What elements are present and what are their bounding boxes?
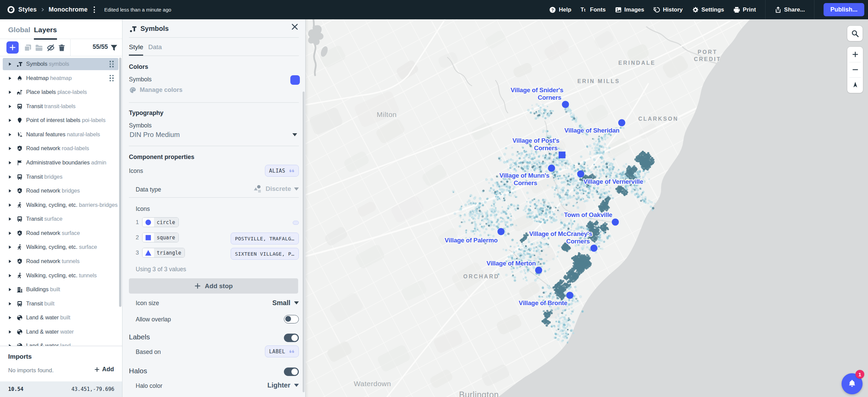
filter-layers-icon[interactable] bbox=[110, 44, 118, 52]
breadcrumb-style-name[interactable]: Monochrome bbox=[49, 6, 88, 13]
layer-row-road-labels[interactable]: Road network road-labels bbox=[3, 142, 118, 155]
data-type-select[interactable]: Discrete bbox=[253, 184, 299, 194]
expand-caret-icon[interactable] bbox=[8, 231, 12, 236]
compass-icon bbox=[851, 81, 859, 89]
labels-toggle[interactable] bbox=[284, 334, 299, 342]
expand-caret-icon[interactable] bbox=[8, 188, 12, 193]
manage-colors-button[interactable]: Manage colors bbox=[129, 86, 182, 94]
expand-caret-icon[interactable] bbox=[8, 160, 12, 165]
stop-shape-chip[interactable]: square bbox=[142, 233, 179, 242]
layer-list-scrollbar[interactable] bbox=[119, 58, 121, 307]
expand-caret-icon[interactable] bbox=[8, 315, 12, 320]
layer-row-admin[interactable]: Administrative boundaries admin bbox=[3, 157, 118, 169]
layer-row-surface[interactable]: Walking, cycling, etc. surface bbox=[3, 241, 118, 253]
expand-caret-icon[interactable] bbox=[8, 343, 12, 346]
topbar-images-button[interactable]: Images bbox=[615, 6, 644, 13]
icon-size-select[interactable]: Small bbox=[272, 299, 299, 307]
add-layer-button[interactable] bbox=[6, 41, 19, 54]
expand-caret-icon[interactable] bbox=[8, 118, 12, 123]
layer-row-barriers-bridges[interactable]: Walking, cycling, etc. barriers-bridges bbox=[3, 199, 118, 211]
panel-scrollbar[interactable] bbox=[303, 92, 305, 392]
layer-row-transit-labels[interactable]: Transit transit-labels bbox=[3, 100, 118, 113]
allow-overlap-toggle[interactable] bbox=[284, 315, 299, 323]
layer-row-built[interactable]: Land & water built bbox=[3, 312, 118, 324]
tab-data[interactable]: Data bbox=[148, 43, 162, 51]
delete-layer-icon[interactable] bbox=[58, 44, 66, 52]
mapbox-logo-icon[interactable] bbox=[7, 6, 15, 13]
layer-row-water[interactable]: Land & water water bbox=[3, 326, 118, 338]
topbar-fonts-button[interactable]: Fonts bbox=[580, 6, 605, 13]
drag-handle-icon[interactable] bbox=[109, 75, 114, 82]
layer-row-land[interactable]: Land & water land bbox=[3, 340, 118, 346]
expand-caret-icon[interactable] bbox=[8, 175, 12, 179]
duplicate-layer-icon[interactable] bbox=[24, 44, 32, 52]
topbar-share-button[interactable]: Share... bbox=[775, 6, 805, 13]
group-layers-icon[interactable] bbox=[35, 44, 43, 52]
landwater-layer-icon bbox=[17, 315, 23, 321]
topbar-print-button[interactable]: Print bbox=[733, 6, 756, 13]
layer-row-tunnels[interactable]: Road network tunnels bbox=[3, 255, 118, 267]
layer-row-poi-labels[interactable]: Point of interest labels poi-labels bbox=[3, 114, 118, 126]
based-on-chip[interactable]: LABEL bbox=[265, 345, 299, 357]
stop-shape-chip[interactable]: triangle bbox=[142, 248, 185, 258]
topbar-settings-button[interactable]: Settings bbox=[692, 6, 724, 13]
topbar-help-button[interactable]: Help bbox=[549, 6, 571, 13]
topbar-history-button[interactable]: History bbox=[653, 6, 683, 13]
stop-value-empty-chip[interactable] bbox=[293, 221, 299, 225]
layer-row-heatmap[interactable]: Heatmap heatmap bbox=[3, 72, 118, 84]
expand-caret-icon[interactable] bbox=[8, 203, 12, 207]
font-select[interactable]: DIN Pro Medium bbox=[130, 131, 180, 139]
style-options-kebab-icon[interactable] bbox=[92, 5, 97, 14]
zoom-out-button[interactable] bbox=[847, 62, 863, 77]
drag-handle-icon[interactable] bbox=[109, 60, 114, 68]
expand-caret-icon[interactable] bbox=[8, 62, 12, 66]
expand-caret-icon[interactable] bbox=[8, 273, 12, 278]
icons-alias-chip[interactable]: ALIAS bbox=[265, 165, 299, 177]
layer-row-bridges[interactable]: Transit bridges bbox=[3, 171, 118, 183]
expand-caret-icon[interactable] bbox=[8, 287, 12, 292]
layer-row-built[interactable]: Buildings built bbox=[3, 283, 118, 296]
expand-caret-icon[interactable] bbox=[8, 132, 12, 137]
expand-caret-icon[interactable] bbox=[8, 259, 12, 264]
expand-caret-icon[interactable] bbox=[8, 301, 12, 306]
layer-row-surface[interactable]: Transit surface bbox=[3, 213, 118, 225]
zoom-in-button[interactable] bbox=[847, 47, 863, 62]
layer-name: Walking, cycling, etc. barriers-bridges bbox=[26, 202, 118, 208]
stop-shape-chip[interactable]: circle bbox=[142, 217, 179, 227]
hide-layer-icon[interactable] bbox=[46, 44, 55, 52]
add-stop-button[interactable]: Add stop bbox=[129, 278, 298, 294]
transit-layer-icon bbox=[17, 301, 23, 307]
tab-layers[interactable]: Layers bbox=[34, 26, 57, 34]
expand-caret-icon[interactable] bbox=[8, 76, 12, 81]
halo-color-select[interactable]: Lighter bbox=[267, 381, 299, 389]
stop-value-chip[interactable]: SIXTEEN VILLAGE, P… bbox=[231, 248, 299, 260]
breadcrumb-styles[interactable]: Styles bbox=[18, 6, 37, 13]
halos-toggle[interactable] bbox=[284, 368, 299, 376]
layer-row-built[interactable]: Transit built bbox=[3, 298, 118, 310]
tab-style[interactable]: Style bbox=[129, 43, 143, 51]
compass-button[interactable] bbox=[847, 77, 863, 93]
layer-row-tunnels[interactable]: Walking, cycling, etc. tunnels bbox=[3, 270, 118, 282]
layer-row-natural-labels[interactable]: Natural features natural-labels bbox=[3, 128, 118, 141]
settings-icon bbox=[692, 6, 699, 13]
stop-value-chip[interactable]: POSTVILLE, TRAFALG… bbox=[231, 233, 299, 244]
tab-global[interactable]: Global bbox=[8, 26, 30, 34]
publish-button[interactable]: Publish... bbox=[824, 3, 864, 16]
layer-name: Natural features natural-labels bbox=[26, 131, 100, 138]
map-canvas[interactable]: MiltonWaterdownBurlingtonERIN MILLSERIND… bbox=[306, 19, 868, 397]
map-search-button[interactable] bbox=[847, 26, 863, 41]
expand-caret-icon[interactable] bbox=[8, 90, 12, 95]
expand-caret-icon[interactable] bbox=[8, 245, 12, 250]
symbols-color-swatch[interactable] bbox=[290, 75, 300, 85]
expand-caret-icon[interactable] bbox=[8, 217, 12, 221]
layer-row-surface[interactable]: Road network surface bbox=[3, 227, 118, 239]
plus-icon bbox=[94, 367, 100, 372]
expand-caret-icon[interactable] bbox=[8, 330, 12, 334]
add-import-button[interactable]: Add bbox=[94, 366, 114, 373]
layer-row-bridges[interactable]: Road network bridges bbox=[3, 185, 118, 197]
layer-row-place-labels[interactable]: Place labels place-labels bbox=[3, 86, 118, 98]
close-panel-button[interactable] bbox=[291, 23, 298, 31]
expand-caret-icon[interactable] bbox=[8, 146, 12, 151]
expand-caret-icon[interactable] bbox=[8, 104, 12, 109]
layer-row-symbols[interactable]: Symbols symbols bbox=[3, 58, 118, 70]
